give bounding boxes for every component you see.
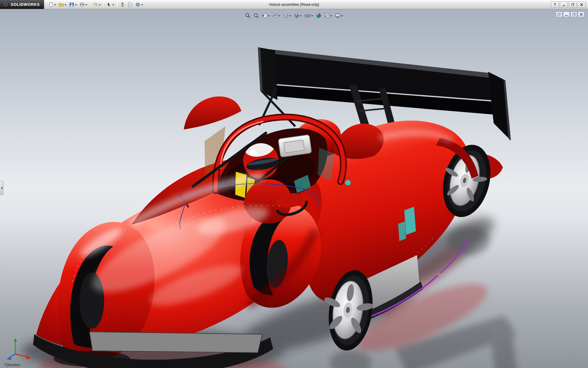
previous-view-button[interactable]: [261, 12, 271, 19]
minimize-icon: [565, 13, 568, 16]
doc-close-button[interactable]: [578, 12, 584, 17]
rebuild-stoplight-icon: [120, 2, 125, 7]
close-button[interactable]: [578, 2, 586, 8]
minimize-icon: [562, 3, 565, 6]
open-button[interactable]: [58, 1, 68, 8]
zoom-to-area-icon: [254, 13, 259, 18]
view-orientation-label: *Dimetric: [4, 362, 21, 367]
glasses-icon: [305, 13, 311, 18]
open-folder-icon: [59, 2, 64, 7]
doc-restore-button[interactable]: [571, 12, 577, 17]
dropdown-caret[interactable]: [330, 15, 332, 17]
zoom-to-fit-icon: [245, 13, 251, 18]
left-rear-fender: [184, 96, 241, 129]
options-gear-icon: [135, 2, 140, 7]
graphics-viewport: *Dimetric: [0, 9, 588, 368]
select-cursor-icon: [107, 2, 111, 7]
dropdown-caret[interactable]: [54, 4, 56, 6]
dropdown-caret[interactable]: [141, 4, 143, 6]
radiator-mesh: [89, 332, 262, 353]
zoom-to-fit-button[interactable]: [244, 12, 252, 19]
dropdown-caret[interactable]: [75, 4, 77, 6]
view-orientation-icon: [283, 13, 289, 18]
close-icon: [580, 3, 583, 6]
restore-icon: [572, 13, 575, 16]
main-toolbar: [44, 0, 144, 9]
zoom-to-area-button[interactable]: [253, 12, 260, 19]
brand-name: SOLIDWORKS: [11, 2, 40, 7]
dropdown-caret[interactable]: [311, 15, 313, 17]
save-button[interactable]: [68, 1, 78, 8]
view-orientation-button[interactable]: [282, 12, 292, 19]
apply-scene-icon: [324, 13, 330, 18]
dropdown-caret[interactable]: [65, 4, 66, 6]
help-button[interactable]: ?: [551, 2, 559, 8]
window-controls: ?: [551, 2, 588, 8]
print-icon: [80, 2, 85, 7]
x-axis-arrow[interactable]: [26, 355, 31, 359]
save-floppy-icon: [69, 2, 74, 7]
doc-minimize-button[interactable]: [563, 12, 570, 17]
title-bar: SOLIDWORKS: [0, 0, 588, 9]
display-style-button[interactable]: [293, 12, 303, 19]
file-properties-icon: [128, 2, 133, 7]
options-button[interactable]: [134, 1, 144, 8]
new-document-icon: [48, 2, 53, 7]
previous-view-icon: [262, 13, 267, 18]
restore-icon: [571, 3, 574, 6]
ds-logo-icon: [3, 2, 9, 7]
rebuild-button[interactable]: [119, 1, 126, 8]
restore-button[interactable]: [569, 2, 577, 8]
hide-show-items-button[interactable]: [304, 12, 314, 19]
document-window-controls: [556, 12, 584, 17]
dropdown-caret[interactable]: [99, 4, 101, 6]
select-button[interactable]: [105, 1, 115, 8]
edit-appearance-button[interactable]: [315, 12, 322, 19]
view-settings-button[interactable]: [334, 12, 344, 19]
undo-button[interactable]: [92, 1, 102, 8]
appearance-sphere-icon: [316, 13, 322, 18]
new-document-button[interactable]: [47, 1, 57, 8]
cascade-windows-button[interactable]: [556, 12, 562, 17]
minimize-button[interactable]: [560, 2, 568, 8]
dropdown-caret[interactable]: [268, 15, 270, 17]
close-icon: [580, 13, 583, 16]
toolbar-separator: [104, 2, 104, 8]
chevron-left-icon: [1, 187, 2, 189]
toolbar-separator: [117, 2, 117, 8]
print-button[interactable]: [78, 1, 89, 8]
file-properties-button[interactable]: [126, 1, 134, 8]
section-view-button[interactable]: [272, 12, 281, 19]
display-style-icon: [294, 13, 300, 18]
brand-block: SOLIDWORKS: [0, 0, 44, 9]
view-settings-icon: [335, 13, 341, 18]
cascade-icon: [557, 13, 561, 16]
apply-scene-button[interactable]: [323, 12, 333, 19]
dropdown-caret[interactable]: [341, 15, 343, 17]
toolbar-separator: [90, 2, 90, 8]
graphics-area[interactable]: [0, 9, 588, 368]
dropdown-caret[interactable]: [279, 15, 281, 17]
solidworks-window: SOLIDWORKS: [0, 0, 588, 368]
feature-manager-expand-tab[interactable]: [0, 181, 3, 195]
section-view-icon: [273, 13, 278, 18]
dropdown-caret[interactable]: [300, 15, 302, 17]
reference-triad[interactable]: [5, 335, 36, 361]
y-axis-arrow[interactable]: [13, 338, 17, 342]
undo-icon: [93, 2, 98, 7]
window-title: Voiture assemblee [Read-only]: [269, 0, 319, 9]
dropdown-caret[interactable]: [112, 4, 114, 6]
air-intake: [278, 135, 311, 157]
dropdown-caret[interactable]: [289, 15, 291, 17]
heads-up-view-toolbar: [244, 12, 344, 19]
dropdown-caret[interactable]: [85, 4, 87, 6]
